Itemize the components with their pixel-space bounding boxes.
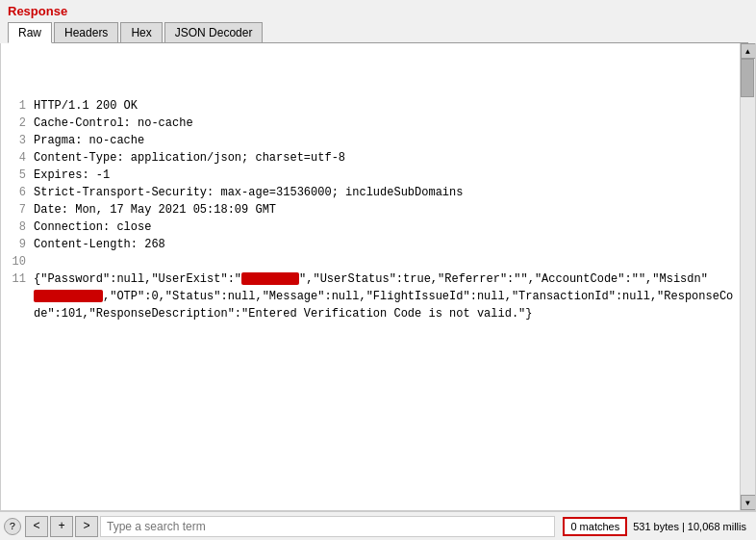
line-number: 11 (5, 270, 26, 288)
help-button[interactable]: ? (4, 518, 21, 535)
line-content: Expires: -1 (34, 167, 110, 184)
line: 1HTTP/1.1 200 OK (5, 97, 736, 115)
line: 4Content-Type: application/json; charset… (5, 149, 736, 167)
line: 11{"Password":null,"UserExist":" ","User… (5, 270, 736, 322)
response-body[interactable]: 1HTTP/1.1 200 OK2Cache-Control: no-cache… (1, 43, 740, 510)
scrollbar-down-button[interactable]: ▼ (741, 495, 756, 510)
line-number: 8 (5, 219, 26, 236)
line: 2Cache-Control: no-cache (5, 115, 736, 132)
line-number: 9 (5, 236, 26, 253)
line-content: Cache-Control: no-cache (34, 115, 193, 132)
line-content: Pragma: no-cache (34, 132, 144, 149)
next-button[interactable]: > (75, 516, 98, 537)
line-content: Date: Mon, 17 May 2021 05:18:09 GMT (34, 201, 276, 219)
redacted-value-2 (34, 290, 103, 302)
redacted-value-1 (241, 272, 299, 285)
tab-hex[interactable]: Hex (120, 22, 162, 42)
line-content: Connection: close (34, 219, 151, 236)
line-number: 1 (5, 97, 26, 115)
line-content: Strict-Transport-Security: max-age=31536… (34, 184, 463, 201)
line: 9Content-Length: 268 (5, 236, 736, 253)
prev-button[interactable]: < (25, 516, 48, 537)
bottom-bar: ? < + > 0 matches 531 bytes | 10,068 mil… (0, 511, 756, 540)
panel-header: Response RawHeadersHexJSON Decoder (0, 0, 756, 43)
add-button[interactable]: + (50, 516, 73, 537)
search-input[interactable] (100, 516, 555, 537)
size-info: 531 bytes | 10,068 millis (627, 519, 752, 534)
tab-json-decoder[interactable]: JSON Decoder (164, 22, 264, 42)
line: 6Strict-Transport-Security: max-age=3153… (5, 184, 736, 201)
status-right: 0 matches 531 bytes | 10,068 millis (563, 517, 752, 536)
line-number: 3 (5, 132, 26, 149)
scrollbar-up-button[interactable]: ▲ (741, 43, 756, 59)
line-content: {"Password":null,"UserExist":" ","UserSt… (34, 270, 736, 322)
line: 8Connection: close (5, 219, 736, 236)
scrollbar-track[interactable] (741, 59, 755, 495)
tab-bar: RawHeadersHexJSON Decoder (8, 22, 748, 43)
scrollbar[interactable]: ▲ ▼ (740, 43, 755, 510)
line: 3Pragma: no-cache (5, 132, 736, 149)
content-area: 1HTTP/1.1 200 OK2Cache-Control: no-cache… (0, 43, 756, 511)
line-number: 6 (5, 184, 26, 201)
line: 7Date: Mon, 17 May 2021 05:18:09 GMT (5, 201, 736, 219)
line: 10 (5, 253, 736, 270)
line-content: Content-Type: application/json; charset=… (34, 149, 345, 167)
panel-title: Response (8, 4, 748, 18)
line-number: 4 (5, 149, 26, 167)
tab-headers[interactable]: Headers (54, 22, 118, 42)
line: 5Expires: -1 (5, 167, 736, 184)
line-content: Content-Length: 268 (34, 236, 165, 253)
tab-raw[interactable]: Raw (8, 22, 52, 43)
scrollbar-thumb[interactable] (741, 59, 754, 97)
matches-count: 0 matches (563, 517, 627, 536)
line-number: 2 (5, 115, 26, 132)
line-number: 7 (5, 201, 26, 219)
response-panel: Response RawHeadersHexJSON Decoder 1HTTP… (0, 0, 756, 540)
line-number: 5 (5, 167, 26, 184)
line-content: HTTP/1.1 200 OK (34, 97, 138, 115)
line-number: 10 (5, 253, 26, 270)
